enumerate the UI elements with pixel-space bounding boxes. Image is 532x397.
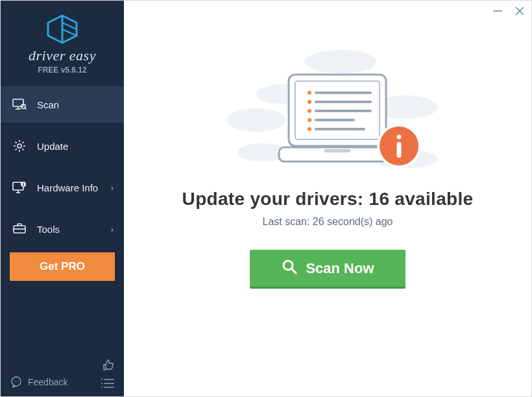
main-panel: Update your drivers: 16 available Last s… <box>124 1 531 396</box>
svg-point-21 <box>101 383 103 384</box>
brand-logo-icon <box>45 14 80 45</box>
app-window: driver easy FREE v5.6.12 Scan <box>0 0 532 397</box>
headline-text: Update your drivers: 16 available <box>182 189 474 210</box>
hero-illustration <box>124 42 531 172</box>
sidebar-item-scan[interactable]: Scan <box>1 86 124 123</box>
gear-icon <box>12 139 29 153</box>
sidebar-footer: Feedback <box>1 359 124 396</box>
sidebar-item-label: Scan <box>37 99 59 110</box>
hardware-info-icon <box>12 181 29 194</box>
sidebar-item-label: Update <box>37 141 68 152</box>
svg-line-53 <box>292 269 296 273</box>
svg-point-46 <box>308 127 311 131</box>
sidebar: driver easy FREE v5.6.12 Scan <box>1 1 124 396</box>
chevron-right-icon: › <box>111 183 114 193</box>
thumbs-up-icon[interactable] <box>102 359 115 372</box>
tools-icon <box>12 223 29 235</box>
svg-point-23 <box>101 387 103 388</box>
chat-bubble-icon <box>10 376 23 389</box>
minimize-button[interactable] <box>492 6 503 18</box>
window-controls <box>492 6 525 18</box>
svg-rect-51 <box>397 142 402 158</box>
sidebar-item-label: Hardware Info <box>37 182 98 193</box>
scan-now-button[interactable]: Scan Now <box>250 250 405 289</box>
sidebar-item-tools[interactable]: Tools › <box>1 211 124 247</box>
get-pro-label: Get PRO <box>40 260 85 273</box>
last-scan-text: Last scan: 26 second(s) ago <box>262 216 393 228</box>
svg-point-17 <box>16 381 16 381</box>
close-button[interactable] <box>514 6 525 18</box>
svg-point-30 <box>305 50 376 73</box>
svg-line-5 <box>25 108 26 109</box>
sidebar-item-hardware-info[interactable]: Hardware Info › <box>1 169 124 206</box>
sidebar-item-label: Tools <box>37 224 60 235</box>
brand-name: driver easy <box>29 47 96 64</box>
svg-point-18 <box>18 381 18 381</box>
svg-point-52 <box>284 261 293 270</box>
svg-point-6 <box>18 144 21 148</box>
svg-point-40 <box>308 100 311 104</box>
feedback-button[interactable]: Feedback <box>10 376 67 389</box>
list-menu-icon[interactable] <box>101 378 115 389</box>
svg-point-16 <box>14 381 14 381</box>
brand-block: driver easy FREE v5.6.12 <box>1 8 124 78</box>
svg-point-19 <box>101 379 103 380</box>
feedback-label: Feedback <box>28 377 67 387</box>
svg-point-44 <box>308 118 311 122</box>
sidebar-item-update[interactable]: Update <box>1 128 124 164</box>
scan-monitor-icon <box>12 99 29 110</box>
brand-version: FREE v5.6.12 <box>38 66 86 75</box>
svg-rect-37 <box>324 149 350 152</box>
chevron-right-icon: › <box>111 224 114 234</box>
magnifier-icon <box>281 258 298 279</box>
svg-point-50 <box>397 135 402 139</box>
svg-point-38 <box>308 91 311 95</box>
svg-point-28 <box>227 108 285 132</box>
info-badge-icon <box>378 125 420 167</box>
svg-point-42 <box>308 109 311 113</box>
sidebar-nav: Scan Update <box>1 86 124 247</box>
scan-button-label: Scan Now <box>306 260 374 277</box>
get-pro-button[interactable]: Get PRO <box>10 252 115 281</box>
